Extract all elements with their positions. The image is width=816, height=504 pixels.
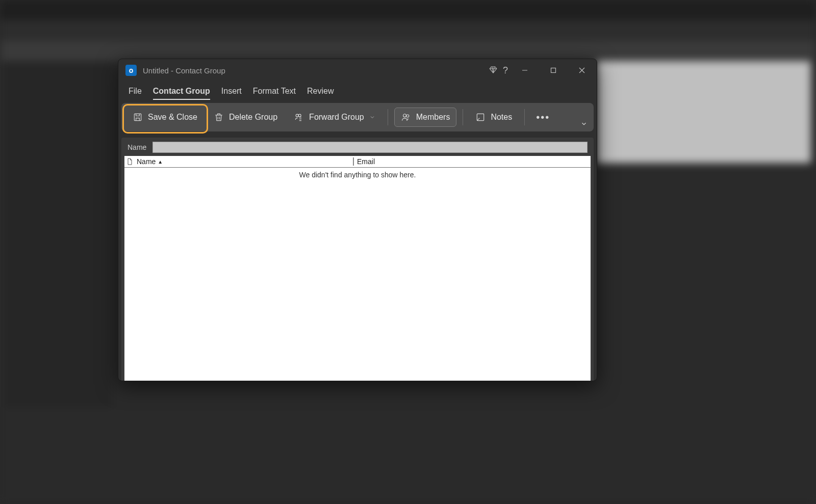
svg-point-5 [296, 114, 298, 117]
forward-group-label: Forward Group [309, 113, 364, 122]
ribbon-tabs: File Contact Group Insert Format Text Re… [118, 82, 597, 100]
premium-icon[interactable] [489, 65, 498, 76]
name-label: Name [128, 143, 146, 151]
delete-group-button[interactable]: Delete Group [208, 108, 284, 126]
column-name[interactable]: Name ▲ [135, 157, 353, 166]
tab-contact-group[interactable]: Contact Group [153, 87, 210, 100]
ribbon-toolbar: Save & Close Delete Group Forward Group … [121, 103, 594, 131]
save-close-label: Save & Close [148, 113, 197, 122]
tab-review[interactable]: Review [307, 87, 334, 100]
maximize-button[interactable] [542, 62, 565, 79]
ribbon-expand-button[interactable] [580, 120, 588, 129]
separator [388, 109, 388, 125]
members-label: Members [416, 113, 450, 122]
tab-format-text[interactable]: Format Text [253, 87, 296, 100]
tab-insert[interactable]: Insert [221, 87, 242, 100]
contact-group-dialog: o Untitled - Contact Group ? File Contac… [118, 59, 597, 381]
delete-group-label: Delete Group [229, 113, 277, 122]
dialog-body: Name Name ▲ Email We didn't find anythin… [121, 138, 594, 381]
forward-group-button[interactable]: Forward Group [288, 108, 381, 126]
notes-button[interactable]: Notes [469, 108, 518, 126]
column-email-label: Email [357, 157, 375, 166]
tab-file[interactable]: File [129, 87, 142, 100]
name-row: Name [124, 141, 591, 156]
notes-label: Notes [491, 113, 512, 122]
separator [463, 109, 463, 125]
svg-point-8 [406, 115, 409, 117]
trash-icon [214, 112, 224, 122]
chevron-down-icon [369, 114, 375, 120]
svg-rect-4 [134, 114, 141, 120]
members-button[interactable]: Members [394, 108, 457, 127]
svg-point-6 [298, 114, 301, 117]
window-title: Untitled - Contact Group [143, 66, 225, 75]
notes-icon [475, 112, 486, 122]
help-icon[interactable]: ? [503, 65, 508, 76]
save-icon [133, 112, 143, 122]
more-options-button[interactable]: ••• [531, 112, 555, 123]
document-icon [124, 158, 135, 165]
list-header: Name ▲ Email [124, 156, 591, 168]
group-name-input[interactable] [152, 142, 588, 153]
titlebar: o Untitled - Contact Group ? [118, 59, 597, 82]
forward-icon [294, 112, 304, 122]
outlook-icon: o [125, 65, 137, 76]
save-close-button[interactable]: Save & Close [126, 108, 203, 126]
svg-point-7 [403, 114, 406, 117]
empty-list-message: We didn't find anything to show here. [124, 168, 591, 179]
close-button[interactable] [570, 62, 594, 79]
separator [524, 109, 525, 125]
minimize-button[interactable] [513, 62, 537, 79]
sort-ascending-icon: ▲ [158, 159, 163, 165]
column-name-label: Name [137, 157, 156, 166]
column-email[interactable]: Email [353, 157, 591, 166]
svg-rect-1 [551, 68, 556, 73]
members-icon [401, 112, 411, 122]
members-list: Name ▲ Email We didn't find anything to … [124, 156, 591, 381]
